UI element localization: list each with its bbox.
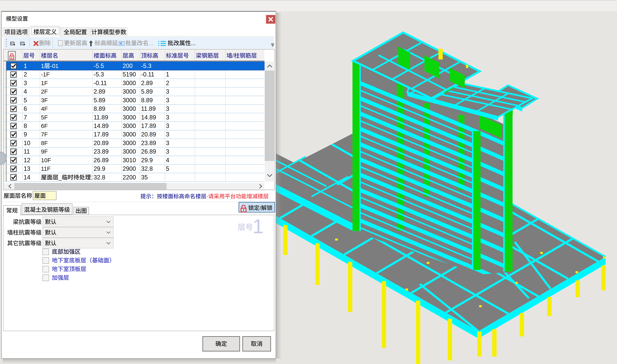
svg-text:1F: 1F — [41, 80, 48, 86]
svg-text:14.89: 14.89 — [94, 122, 109, 129]
svg-text:17.89: 17.89 — [141, 122, 156, 129]
svg-text:2F: 2F — [41, 88, 48, 95]
svg-text:10: 10 — [24, 140, 30, 146]
svg-text:3: 3 — [166, 131, 169, 138]
svg-text:2900: 2900 — [123, 165, 136, 172]
svg-text:3F: 3F — [41, 97, 48, 104]
svg-text:5: 5 — [166, 165, 169, 172]
svg-text:9: 9 — [24, 131, 27, 138]
svg-text:26.89: 26.89 — [94, 157, 109, 164]
svg-text:23.89: 23.89 — [94, 148, 109, 155]
svg-text:6: 6 — [24, 105, 27, 112]
svg-text:-5.5: -5.5 — [94, 63, 104, 69]
svg-text:17.89: 17.89 — [94, 131, 109, 138]
svg-text:-0.11: -0.11 — [94, 80, 107, 86]
svg-text:10F: 10F — [41, 157, 51, 163]
svg-text:3: 3 — [166, 114, 169, 121]
svg-text:3000: 3000 — [123, 148, 136, 155]
svg-text:3: 3 — [166, 97, 169, 104]
svg-text:32.8: 32.8 — [94, 174, 105, 181]
svg-text:5: 5 — [24, 97, 27, 104]
svg-text:5.89: 5.89 — [94, 97, 105, 104]
svg-text:11: 11 — [24, 148, 30, 155]
svg-text:3000: 3000 — [123, 114, 136, 121]
svg-text:11.89: 11.89 — [141, 105, 155, 112]
svg-text:3000: 3000 — [123, 97, 136, 104]
svg-text:7F: 7F — [41, 131, 48, 138]
svg-text:-5.3: -5.3 — [141, 63, 151, 69]
svg-text:5190: 5190 — [123, 71, 136, 78]
svg-text:3: 3 — [166, 88, 169, 95]
svg-text:2: 2 — [166, 80, 169, 86]
svg-text:3000: 3000 — [123, 140, 136, 146]
svg-text:8F: 8F — [41, 140, 48, 146]
svg-text:5F: 5F — [41, 114, 48, 121]
svg-text:2200: 2200 — [123, 174, 136, 181]
svg-text:13: 13 — [24, 165, 30, 172]
svg-text:3000: 3000 — [123, 88, 136, 95]
svg-text:4: 4 — [166, 157, 169, 164]
svg-text:_: _ — [58, 174, 62, 181]
svg-text:3: 3 — [166, 148, 169, 155]
svg-text:2: 2 — [24, 71, 27, 78]
svg-text:14.89: 14.89 — [141, 114, 156, 121]
svg-text:20.89: 20.89 — [94, 140, 109, 146]
svg-text:-: - — [206, 193, 208, 199]
svg-text:3: 3 — [24, 80, 27, 86]
svg-text:4: 4 — [24, 88, 27, 95]
svg-text:14: 14 — [24, 174, 30, 181]
svg-text:-1F: -1F — [41, 71, 50, 78]
svg-text:/: / — [232, 52, 234, 59]
svg-text:2.89: 2.89 — [94, 88, 105, 95]
svg-text:1: 1 — [41, 63, 44, 69]
svg-text:200: 200 — [123, 63, 133, 69]
svg-text:23.89: 23.89 — [141, 140, 156, 146]
svg-text:5.89: 5.89 — [141, 88, 153, 95]
svg-text:...: ... — [149, 40, 154, 46]
svg-text:20.89: 20.89 — [141, 131, 156, 138]
svg-text:3: 3 — [166, 105, 169, 112]
svg-text:12: 12 — [24, 157, 30, 164]
svg-text:-0.11: -0.11 — [141, 71, 154, 78]
svg-text:...: ... — [191, 40, 196, 46]
svg-text:4F: 4F — [41, 105, 48, 112]
svg-text:29.9: 29.9 — [141, 157, 153, 164]
svg-text:3000: 3000 — [123, 131, 136, 138]
svg-text:1: 1 — [166, 71, 169, 78]
svg-text:3: 3 — [166, 122, 169, 129]
svg-text:26.89: 26.89 — [141, 148, 156, 155]
svg-text:7: 7 — [24, 114, 27, 121]
svg-text:3000: 3000 — [123, 105, 136, 112]
svg-text:11F: 11F — [41, 165, 51, 172]
svg-text:35: 35 — [141, 174, 148, 181]
svg-text:1: 1 — [24, 63, 27, 69]
svg-text:3010: 3010 — [123, 157, 136, 164]
svg-text:29.9: 29.9 — [94, 165, 105, 172]
svg-text:-5.3: -5.3 — [94, 71, 104, 78]
svg-text:1: 1 — [253, 215, 264, 237]
svg-text:3000: 3000 — [123, 122, 136, 129]
svg-text:32.8: 32.8 — [141, 165, 153, 172]
svg-text:8.89: 8.89 — [94, 105, 105, 112]
svg-text:-01: -01 — [50, 63, 59, 69]
svg-text:6F: 6F — [41, 123, 48, 129]
svg-text:9F: 9F — [41, 148, 48, 155]
svg-text:8.89: 8.89 — [141, 97, 153, 104]
svg-text:11.89: 11.89 — [94, 114, 108, 121]
svg-text:8: 8 — [24, 122, 27, 129]
svg-text:3: 3 — [166, 140, 169, 146]
svg-text:/: / — [259, 205, 261, 211]
svg-text:3000: 3000 — [123, 80, 136, 86]
svg-text:2.89: 2.89 — [141, 80, 153, 86]
